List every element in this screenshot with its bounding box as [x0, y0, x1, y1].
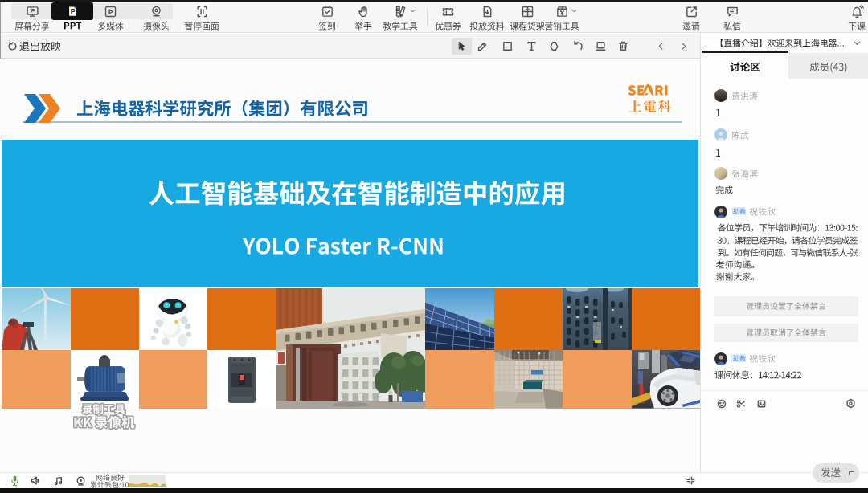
svg-text:P: P — [70, 7, 75, 15]
